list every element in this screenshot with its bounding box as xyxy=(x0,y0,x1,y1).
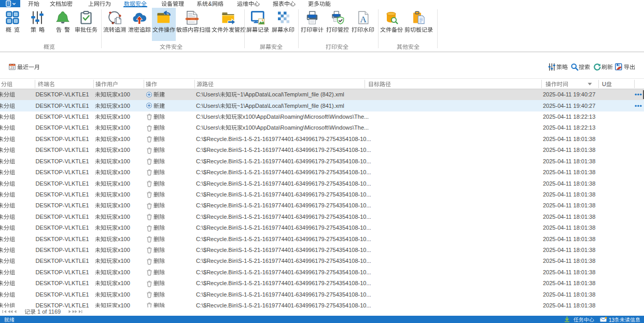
svg-text:A: A xyxy=(360,14,367,24)
svg-text:23: 23 xyxy=(10,66,15,69)
